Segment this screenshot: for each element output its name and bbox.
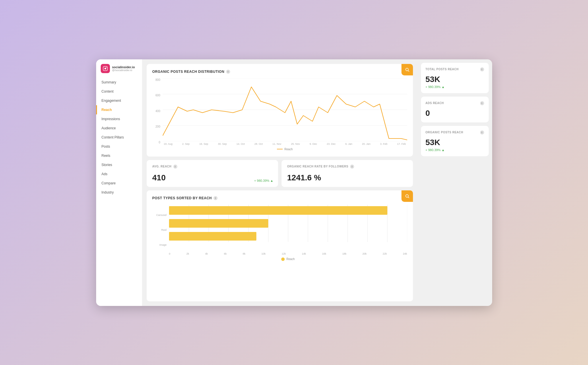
line-chart-area: 800 600 400 200 0 <box>152 78 407 151</box>
sidebar-item-content-pillars[interactable]: Content Pillars <box>96 133 142 142</box>
total-posts-reach-card: TOTAL POSTS REACH i 53K + 980.39% ▲ <box>421 63 489 93</box>
organic-reach-rate-title: ORGANIC REACH RATE BY FOLLOWERS i <box>287 165 407 169</box>
bar-y-labels: Carousel Reel Image <box>152 205 167 261</box>
legend-line <box>277 149 283 149</box>
svg-point-3 <box>405 68 408 71</box>
svg-rect-25 <box>169 206 387 215</box>
sidebar-nav: SummaryContentEngagementReachImpressions… <box>96 78 142 197</box>
sidebar-item-audience[interactable]: Audience <box>96 124 142 133</box>
sidebar-item-stories[interactable]: Stories <box>96 160 142 169</box>
bar-x-labels: 0 2k 4k 6k 8k 10k 12k 14k 16k 18k 20k 22… <box>169 252 407 255</box>
chart-legend: Reach <box>163 148 407 151</box>
sidebar-item-reach[interactable]: Reach <box>96 105 142 114</box>
bar-chart-card: POST TYPES SORTED BY REACH i Carousel Re… <box>147 190 413 301</box>
sidebar-item-impressions[interactable]: Impressions <box>96 114 142 124</box>
svg-line-11 <box>408 197 409 198</box>
svg-rect-27 <box>169 232 256 241</box>
total-posts-reach-title: TOTAL POSTS REACH i <box>426 67 484 71</box>
logo-text: socialinsider.io @/socialinsider.io <box>112 65 135 72</box>
sidebar-item-engagement[interactable]: Engagement <box>96 96 142 105</box>
sidebar-item-compare[interactable]: Compare <box>96 179 142 188</box>
svg-line-4 <box>408 71 409 72</box>
bar-chart-container: Carousel Reel Image <box>152 205 407 261</box>
total-posts-reach-change: + 980.39% ▲ <box>426 85 484 89</box>
sidebar-item-posts[interactable]: Posts <box>96 142 142 151</box>
bar-chart-title: POST TYPES SORTED BY REACH i <box>152 196 407 200</box>
logo-handle: @/socialinsider.io <box>112 69 135 72</box>
total-posts-reach-value: 53K <box>426 75 484 84</box>
main-content: ORGANIC POSTS REACH DISTRIBUTION i 800 6… <box>142 59 418 306</box>
bar-chart-body: 0 2k 4k 6k 8k 10k 12k 14k 16k 18k 20k 22… <box>169 205 407 261</box>
bar-chart-info-icon[interactable]: i <box>214 196 218 200</box>
organic-reach-rate-card: ORGANIC REACH RATE BY FOLLOWERS i 1241.6… <box>282 160 413 187</box>
sidebar-item-summary[interactable]: Summary <box>96 78 142 87</box>
sidebar-logo: socialinsider.io @/socialinsider.io <box>96 64 142 78</box>
right-panel: TOTAL POSTS REACH i 53K + 980.39% ▲ ADS … <box>418 59 492 306</box>
organic-posts-reach-value: 53K <box>426 138 484 147</box>
ads-reach-info-icon[interactable]: i <box>480 101 484 105</box>
app-logo-icon <box>101 64 110 73</box>
sidebar-item-reels[interactable]: Reels <box>96 151 142 160</box>
avg-reach-info-icon[interactable]: i <box>173 165 177 169</box>
y-axis-labels: 800 600 400 200 0 <box>152 78 160 151</box>
sidebar-item-ads[interactable]: Ads <box>96 169 142 179</box>
search-button-top[interactable] <box>401 64 413 75</box>
svg-point-1 <box>104 68 106 69</box>
avg-reach-title: AVG. REACH i <box>152 165 272 169</box>
organic-reach-rate-value: 1241.6 % <box>287 173 407 182</box>
ads-reach-value: 0 <box>426 109 484 118</box>
line-chart-card: ORGANIC POSTS REACH DISTRIBUTION i 800 6… <box>147 64 413 157</box>
stats-row: AVG. REACH i 410 + 980.39% ▲ ORGANIC REA… <box>147 160 413 187</box>
total-reach-info-icon[interactable]: i <box>480 67 484 71</box>
organic-posts-reach-info-icon[interactable]: i <box>480 130 484 134</box>
organic-posts-reach-title: ORGANIC POSTS REACH i <box>426 130 484 134</box>
logo-name: socialinsider.io <box>112 65 135 69</box>
svg-point-2 <box>106 67 106 68</box>
organic-reach-rate-info-icon[interactable]: i <box>350 165 354 169</box>
organic-posts-reach-card: ORGANIC POSTS REACH i 53K + 980.39% ▲ <box>421 126 489 156</box>
bar-legend-dot <box>281 257 285 261</box>
avg-reach-card: AVG. REACH i 410 + 980.39% ▲ <box>147 160 278 187</box>
ads-reach-card: ADS REACH i 0 <box>421 97 489 122</box>
sidebar-item-industry[interactable]: Industry <box>96 188 142 197</box>
bar-legend: Reach <box>169 257 407 261</box>
avg-reach-change: + 980.39% ▲ <box>254 179 273 182</box>
ads-reach-title: ADS REACH i <box>426 101 484 105</box>
sidebar: socialinsider.io @/socialinsider.io Summ… <box>96 59 142 306</box>
svg-point-10 <box>405 194 408 197</box>
app-container: socialinsider.io @/socialinsider.io Summ… <box>96 59 492 306</box>
x-axis-labels: 19. Aug 2. Sep 16. Sep 30. Sep 14. Oct 2… <box>163 143 407 145</box>
bar-chart-svg <box>169 205 407 251</box>
svg-rect-26 <box>169 219 268 228</box>
line-chart-info-icon[interactable]: i <box>226 70 230 74</box>
chart-body: 19. Aug 2. Sep 16. Sep 30. Sep 14. Oct 2… <box>163 78 407 151</box>
search-button-bar[interactable] <box>401 190 413 202</box>
line-chart-svg <box>163 78 407 141</box>
line-chart-title: ORGANIC POSTS REACH DISTRIBUTION i <box>152 70 407 74</box>
sidebar-item-content[interactable]: Content <box>96 87 142 96</box>
organic-posts-reach-change: + 980.39% ▲ <box>426 148 484 152</box>
